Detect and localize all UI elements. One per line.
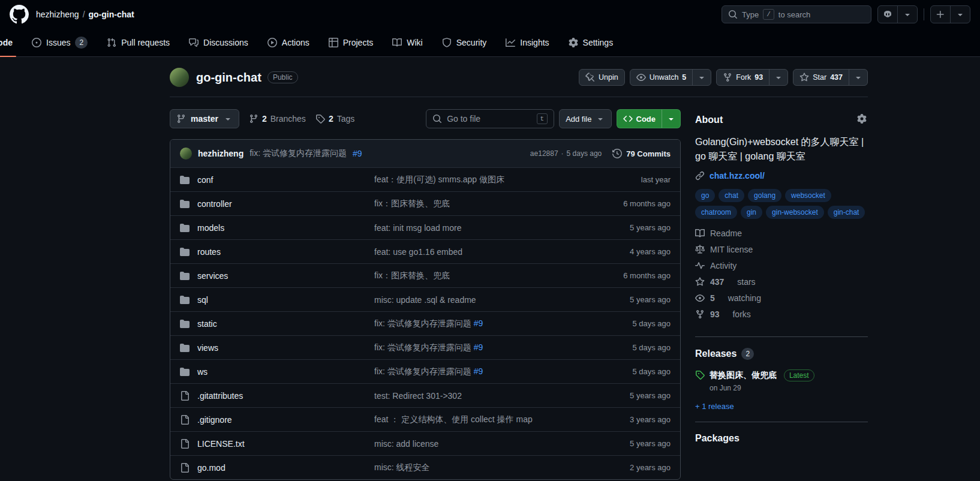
table-row[interactable]: staticfix: 尝试修复内存泄露问题 #95 days ago: [170, 311, 680, 335]
tab-security[interactable]: Security: [435, 29, 494, 56]
go-to-file-input[interactable]: Go to file t: [426, 109, 554, 128]
commit-message-link[interactable]: fix: 尝试修复内存泄露问题: [249, 148, 347, 159]
packages-title[interactable]: Packages: [695, 433, 739, 444]
topic-chatroom[interactable]: chatroom: [695, 206, 737, 219]
file-name-link[interactable]: routes: [197, 247, 221, 257]
unwatch-menu-button[interactable]: [692, 70, 711, 85]
commit-message-link[interactable]: fix：图床替换、兜底: [374, 270, 450, 280]
tab-issues[interactable]: Issues2: [25, 29, 95, 56]
breadcrumb-owner[interactable]: hezhizheng: [36, 10, 79, 19]
table-row[interactable]: .gitattributestest: Redirect 301->3025 y…: [170, 383, 680, 407]
topic-websocket[interactable]: websocket: [785, 189, 831, 202]
issue-link[interactable]: #9: [471, 318, 483, 328]
copilot-menu-button[interactable]: [897, 6, 917, 23]
unpin-button[interactable]: Unpin: [579, 70, 624, 85]
table-row[interactable]: servicesfix：图床替换、兜底6 months ago: [170, 263, 680, 287]
branches-link[interactable]: 2 Branches: [249, 114, 306, 124]
file-name-link[interactable]: services: [197, 271, 228, 281]
topic-chat[interactable]: chat: [719, 189, 744, 202]
commit-message-link[interactable]: test: Redirect 301->302: [374, 391, 462, 401]
tab-actions[interactable]: Actions: [260, 29, 317, 56]
file-name-link[interactable]: sql: [197, 295, 208, 305]
about-meta-Activity[interactable]: Activity: [695, 261, 868, 270]
website-link[interactable]: chat.hzz.cool/: [710, 171, 765, 181]
issue-link[interactable]: #9: [353, 149, 362, 158]
tab-settings[interactable]: Settings: [561, 29, 621, 56]
branch-selector[interactable]: master: [170, 110, 239, 128]
releases-title[interactable]: Releases: [695, 348, 736, 359]
fork-menu-button[interactable]: [769, 70, 787, 85]
copilot-button[interactable]: [878, 6, 897, 23]
table-row[interactable]: viewsfix: 尝试修复内存泄露问题 #95 days ago: [170, 335, 680, 359]
file-name-link[interactable]: go.mod: [197, 463, 226, 473]
code-menu-button[interactable]: [662, 110, 680, 128]
commit-author-avatar[interactable]: [180, 148, 192, 160]
file-name-link[interactable]: static: [197, 319, 217, 329]
release-name-link[interactable]: 替换图床、做兜底: [710, 370, 777, 380]
commit-message-link[interactable]: fix：图床替换、兜底: [374, 199, 450, 208]
about-meta-stars[interactable]: 437 stars: [695, 277, 868, 287]
table-row[interactable]: controllerfix：图床替换、兜底6 months ago: [170, 191, 680, 215]
commit-message-link[interactable]: fix: 尝试修复内存泄露问题: [374, 342, 471, 352]
create-new-menu-button[interactable]: [950, 6, 970, 23]
commit-sha-link[interactable]: ae12887: [530, 149, 558, 158]
topic-gin-websocket[interactable]: gin-websocket: [766, 206, 824, 219]
commit-message-link[interactable]: feat：使用(可选) smms.app 做图床: [374, 175, 504, 184]
file-name-link[interactable]: .gitattributes: [197, 391, 243, 401]
commit-message-link[interactable]: fix: 尝试修复内存泄露问题: [374, 318, 471, 328]
table-row[interactable]: .gitignorefeat ： 定义结构体、使用 collect 操作 map…: [170, 407, 680, 431]
commit-author-link[interactable]: hezhizheng: [198, 149, 244, 158]
edit-about-button[interactable]: [856, 113, 868, 127]
table-row[interactable]: routesfeat: use go1.16 embed4 years ago: [170, 239, 680, 263]
issue-link[interactable]: #9: [471, 342, 483, 352]
commit-message-link[interactable]: misc: update .sql & readme: [374, 295, 476, 305]
file-name-link[interactable]: controller: [197, 199, 232, 209]
breadcrumb-repo[interactable]: go-gin-chat: [89, 10, 134, 19]
topic-go[interactable]: go: [695, 189, 715, 202]
topic-gin[interactable]: gin: [741, 206, 762, 219]
unwatch-button[interactable]: Unwatch 5: [630, 70, 693, 85]
table-row[interactable]: wsfix: 尝试修复内存泄露问题 #95 days ago: [170, 359, 680, 383]
file-name-link[interactable]: models: [197, 223, 224, 233]
table-row[interactable]: go.modmisc: 线程安全2 years ago: [170, 455, 680, 479]
file-name-link[interactable]: conf: [197, 175, 213, 185]
table-row[interactable]: modelsfeat: init msg load more5 years ag…: [170, 215, 680, 239]
file-name-link[interactable]: views: [197, 343, 218, 353]
about-meta-watching[interactable]: 5 watching: [695, 293, 868, 303]
about-meta-forks[interactable]: 93 forks: [695, 309, 868, 319]
table-row[interactable]: LICENSE.txtmisc: add license5 years ago: [170, 431, 680, 455]
issue-link[interactable]: #9: [471, 366, 483, 376]
commit-message-link[interactable]: feat: use go1.16 embed: [374, 247, 462, 257]
commit-message-link[interactable]: feat: init msg load more: [374, 223, 462, 233]
tab-insights[interactable]: Insights: [498, 29, 556, 56]
create-new-button[interactable]: [931, 6, 950, 23]
table-row[interactable]: sqlmisc: update .sql & readme5 years ago: [170, 287, 680, 311]
about-meta-Readme[interactable]: Readme: [695, 229, 868, 238]
code-button[interactable]: Code: [617, 110, 662, 128]
file-name-link[interactable]: .gitignore: [197, 415, 232, 425]
file-name-link[interactable]: LICENSE.txt: [197, 439, 245, 449]
fork-button[interactable]: Fork 93: [717, 70, 769, 85]
more-releases-link[interactable]: + 1 release: [695, 402, 868, 411]
github-logo[interactable]: [10, 5, 29, 24]
tab-pull-requests[interactable]: Pull requests: [100, 29, 177, 56]
table-row[interactable]: conffeat：使用(可选) smms.app 做图床last year: [170, 167, 680, 191]
tags-link[interactable]: 2 Tags: [315, 114, 354, 124]
topic-gin-chat[interactable]: gin-chat: [828, 206, 865, 219]
latest-release-item[interactable]: 替换图床、做兜底 Latest: [695, 369, 868, 381]
repo-owner-avatar[interactable]: [170, 68, 189, 87]
about-meta-MIT-license[interactable]: MIT license: [695, 245, 868, 254]
commit-message-link[interactable]: misc: add license: [374, 439, 438, 449]
commit-message-link[interactable]: misc: 线程安全: [374, 462, 430, 472]
tab-code[interactable]: Code: [0, 29, 20, 56]
add-file-button[interactable]: Add file: [560, 110, 611, 128]
topic-golang[interactable]: golang: [748, 189, 781, 202]
page-title[interactable]: go-gin-chat: [196, 71, 261, 85]
star-button[interactable]: Star 437: [793, 70, 849, 85]
commit-time-link[interactable]: 5 days ago: [567, 149, 602, 158]
commit-history-link[interactable]: 79 Commits: [612, 149, 671, 158]
commit-message-link[interactable]: fix: 尝试修复内存泄露问题: [374, 366, 471, 376]
tab-discussions[interactable]: Discussions: [182, 29, 255, 56]
tab-wiki[interactable]: Wiki: [385, 29, 429, 56]
tab-projects[interactable]: Projects: [321, 29, 381, 56]
